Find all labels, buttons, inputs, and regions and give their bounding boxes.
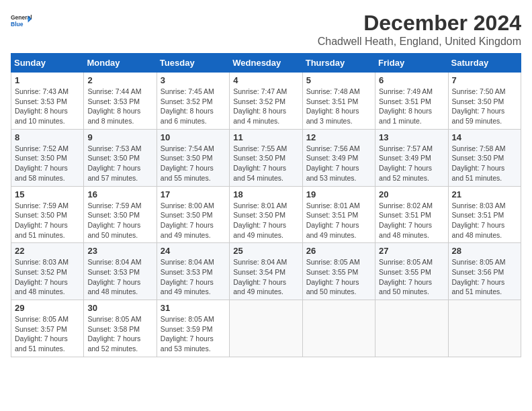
day-details: Sunrise: 8:05 AM Sunset: 3:56 PM Dayligh… (452, 257, 517, 297)
day-details: Sunrise: 8:04 AM Sunset: 3:53 PM Dayligh… (87, 257, 152, 297)
day-cell (375, 300, 448, 357)
logo: General Blue (11, 11, 32, 32)
day-details: Sunrise: 8:03 AM Sunset: 3:52 PM Dayligh… (15, 257, 80, 297)
day-cell (448, 300, 521, 357)
day-cell: 14Sunrise: 7:58 AM Sunset: 3:50 PM Dayli… (448, 129, 521, 186)
day-cell: 29Sunrise: 8:05 AM Sunset: 3:57 PM Dayli… (11, 300, 84, 357)
day-details: Sunrise: 7:44 AM Sunset: 3:53 PM Dayligh… (87, 87, 152, 126)
day-details: Sunrise: 7:54 AM Sunset: 3:50 PM Dayligh… (161, 144, 226, 183)
header-cell-saturday: Saturday (448, 54, 521, 73)
day-number: 6 (379, 75, 444, 85)
month-title: December 2024 (318, 11, 521, 36)
location-title: Chadwell Heath, England, United Kingdom (318, 36, 521, 48)
day-details: Sunrise: 7:55 AM Sunset: 3:50 PM Dayligh… (233, 144, 298, 183)
week-row-1: 1Sunrise: 7:43 AM Sunset: 3:53 PM Daylig… (11, 73, 521, 130)
day-cell: 7Sunrise: 7:50 AM Sunset: 3:50 PM Daylig… (448, 73, 521, 130)
day-cell: 1Sunrise: 7:43 AM Sunset: 3:53 PM Daylig… (11, 73, 84, 130)
day-cell: 17Sunrise: 8:00 AM Sunset: 3:50 PM Dayli… (157, 186, 229, 243)
day-details: Sunrise: 8:05 AM Sunset: 3:57 PM Dayligh… (15, 314, 80, 354)
logo-icon: General Blue (11, 11, 32, 32)
day-details: Sunrise: 8:05 AM Sunset: 3:55 PM Dayligh… (306, 257, 371, 297)
day-number: 18 (233, 189, 298, 199)
day-number: 30 (87, 303, 152, 313)
day-details: Sunrise: 7:49 AM Sunset: 3:51 PM Dayligh… (379, 87, 444, 126)
day-details: Sunrise: 7:43 AM Sunset: 3:53 PM Dayligh… (15, 87, 80, 126)
day-number: 14 (452, 132, 517, 142)
day-number: 22 (15, 246, 80, 256)
day-details: Sunrise: 8:04 AM Sunset: 3:54 PM Dayligh… (233, 257, 298, 297)
day-number: 27 (379, 246, 444, 256)
day-number: 17 (161, 189, 226, 199)
day-cell: 28Sunrise: 8:05 AM Sunset: 3:56 PM Dayli… (448, 243, 521, 300)
day-cell: 24Sunrise: 8:04 AM Sunset: 3:53 PM Dayli… (157, 243, 229, 300)
day-number: 7 (452, 75, 517, 85)
day-cell: 19Sunrise: 8:01 AM Sunset: 3:51 PM Dayli… (302, 186, 375, 243)
day-cell: 31Sunrise: 8:05 AM Sunset: 3:59 PM Dayli… (157, 300, 229, 357)
header-cell-sunday: Sunday (11, 54, 84, 73)
day-cell: 23Sunrise: 8:04 AM Sunset: 3:53 PM Dayli… (84, 243, 157, 300)
day-number: 28 (452, 246, 517, 256)
day-number: 24 (161, 246, 226, 256)
day-cell: 21Sunrise: 8:03 AM Sunset: 3:51 PM Dayli… (448, 186, 521, 243)
week-row-3: 15Sunrise: 7:59 AM Sunset: 3:50 PM Dayli… (11, 186, 521, 243)
title-area: December 2024 Chadwell Heath, England, U… (318, 11, 521, 48)
day-number: 4 (233, 75, 298, 85)
day-number: 20 (379, 189, 444, 199)
header-row: SundayMondayTuesdayWednesdayThursdayFrid… (11, 54, 521, 73)
day-details: Sunrise: 8:05 AM Sunset: 3:59 PM Dayligh… (161, 314, 226, 354)
day-cell: 8Sunrise: 7:52 AM Sunset: 3:50 PM Daylig… (11, 129, 84, 186)
day-cell: 20Sunrise: 8:02 AM Sunset: 3:51 PM Dayli… (375, 186, 448, 243)
day-details: Sunrise: 8:00 AM Sunset: 3:50 PM Dayligh… (161, 201, 226, 240)
day-details: Sunrise: 8:01 AM Sunset: 3:51 PM Dayligh… (306, 201, 371, 240)
header-cell-monday: Monday (84, 54, 157, 73)
svg-text:Blue: Blue (11, 21, 24, 28)
day-cell: 2Sunrise: 7:44 AM Sunset: 3:53 PM Daylig… (84, 73, 157, 130)
day-cell: 16Sunrise: 7:59 AM Sunset: 3:50 PM Dayli… (84, 186, 157, 243)
day-number: 29 (15, 303, 80, 313)
day-details: Sunrise: 7:45 AM Sunset: 3:52 PM Dayligh… (161, 87, 226, 126)
day-details: Sunrise: 7:52 AM Sunset: 3:50 PM Dayligh… (15, 144, 80, 183)
day-cell: 5Sunrise: 7:48 AM Sunset: 3:51 PM Daylig… (302, 73, 375, 130)
day-details: Sunrise: 7:47 AM Sunset: 3:52 PM Dayligh… (233, 87, 298, 126)
day-details: Sunrise: 8:05 AM Sunset: 3:58 PM Dayligh… (87, 314, 152, 354)
day-details: Sunrise: 8:02 AM Sunset: 3:51 PM Dayligh… (379, 201, 444, 240)
day-details: Sunrise: 7:50 AM Sunset: 3:50 PM Dayligh… (452, 87, 517, 126)
day-details: Sunrise: 7:56 AM Sunset: 3:49 PM Dayligh… (306, 144, 371, 183)
day-cell: 18Sunrise: 8:01 AM Sunset: 3:50 PM Dayli… (230, 186, 302, 243)
day-cell: 6Sunrise: 7:49 AM Sunset: 3:51 PM Daylig… (375, 73, 448, 130)
day-cell: 10Sunrise: 7:54 AM Sunset: 3:50 PM Dayli… (157, 129, 229, 186)
day-details: Sunrise: 7:57 AM Sunset: 3:49 PM Dayligh… (379, 144, 444, 183)
day-number: 1 (15, 75, 80, 85)
header-cell-wednesday: Wednesday (230, 54, 302, 73)
day-details: Sunrise: 8:01 AM Sunset: 3:50 PM Dayligh… (233, 201, 298, 240)
header-cell-friday: Friday (375, 54, 448, 73)
day-cell: 15Sunrise: 7:59 AM Sunset: 3:50 PM Dayli… (11, 186, 84, 243)
day-cell: 12Sunrise: 7:56 AM Sunset: 3:49 PM Dayli… (302, 129, 375, 186)
day-number: 9 (87, 132, 152, 142)
day-details: Sunrise: 8:05 AM Sunset: 3:55 PM Dayligh… (379, 257, 444, 297)
day-number: 25 (233, 246, 298, 256)
day-details: Sunrise: 7:53 AM Sunset: 3:50 PM Dayligh… (87, 144, 152, 183)
day-cell: 30Sunrise: 8:05 AM Sunset: 3:58 PM Dayli… (84, 300, 157, 357)
day-cell: 22Sunrise: 8:03 AM Sunset: 3:52 PM Dayli… (11, 243, 84, 300)
day-number: 12 (306, 132, 371, 142)
day-details: Sunrise: 7:58 AM Sunset: 3:50 PM Dayligh… (452, 144, 517, 183)
header-cell-tuesday: Tuesday (157, 54, 229, 73)
calendar-table: SundayMondayTuesdayWednesdayThursdayFrid… (11, 53, 521, 357)
day-cell: 25Sunrise: 8:04 AM Sunset: 3:54 PM Dayli… (230, 243, 302, 300)
day-details: Sunrise: 8:03 AM Sunset: 3:51 PM Dayligh… (452, 201, 517, 240)
week-row-2: 8Sunrise: 7:52 AM Sunset: 3:50 PM Daylig… (11, 129, 521, 186)
week-row-5: 29Sunrise: 8:05 AM Sunset: 3:57 PM Dayli… (11, 300, 521, 357)
day-cell (230, 300, 302, 357)
day-cell: 3Sunrise: 7:45 AM Sunset: 3:52 PM Daylig… (157, 73, 229, 130)
header: General Blue December 2024 Chadwell Heat… (11, 11, 521, 48)
day-number: 19 (306, 189, 371, 199)
day-cell: 26Sunrise: 8:05 AM Sunset: 3:55 PM Dayli… (302, 243, 375, 300)
day-number: 11 (233, 132, 298, 142)
day-number: 13 (379, 132, 444, 142)
day-number: 31 (161, 303, 226, 313)
day-number: 5 (306, 75, 371, 85)
day-cell: 4Sunrise: 7:47 AM Sunset: 3:52 PM Daylig… (230, 73, 302, 130)
day-number: 8 (15, 132, 80, 142)
day-details: Sunrise: 7:59 AM Sunset: 3:50 PM Dayligh… (87, 201, 152, 240)
